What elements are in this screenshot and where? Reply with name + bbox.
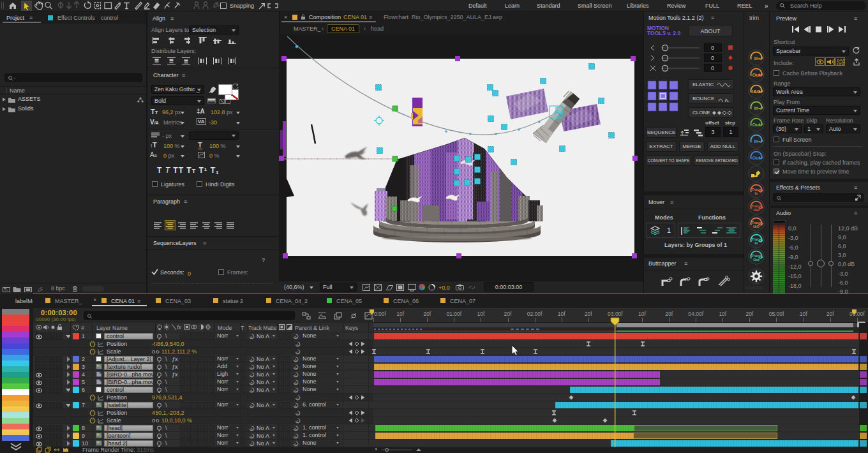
svg-text:In: In [754, 56, 759, 61]
svg-text:In: In [755, 191, 759, 195]
svg-text:I&O: I&O [753, 225, 760, 228]
svg-text:Out: Out [752, 122, 761, 128]
svg-text:Out: Out [752, 155, 761, 161]
svg-text:In: In [754, 105, 759, 111]
svg-text:Out: Out [753, 208, 760, 212]
svg-text:I&O: I&O [752, 89, 761, 94]
svg-text:fx: fx [177, 324, 182, 330]
svg-text:Out: Out [752, 72, 761, 78]
svg-text:Out: Out [753, 258, 760, 262]
svg-text:In: In [755, 241, 759, 245]
svg-text:In: In [754, 138, 759, 144]
